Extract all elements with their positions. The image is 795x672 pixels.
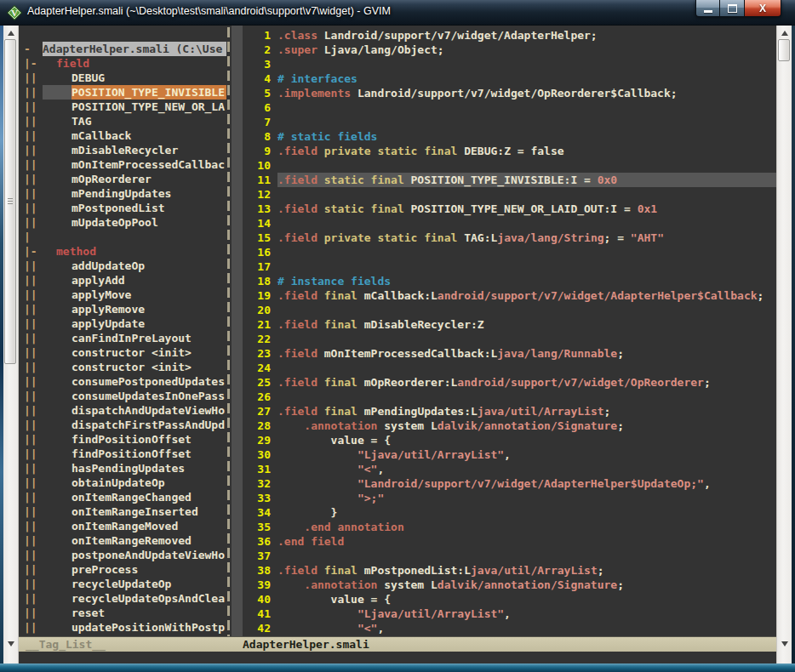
fold-marker-icon[interactable]: ||: [19, 273, 43, 288]
tag-item[interactable]: ||TAG: [19, 114, 226, 128]
code-line[interactable]: 14: [232, 216, 776, 231]
code-line[interactable]: 16: [232, 245, 776, 259]
code-line[interactable]: 42 "<",: [232, 621, 776, 635]
fold-marker-icon[interactable]: ||: [19, 302, 43, 316]
tag-item[interactable]: ||applyAdd: [19, 273, 226, 288]
code-line[interactable]: 17: [232, 259, 776, 274]
fold-marker-icon[interactable]: ||: [19, 591, 43, 606]
fold-marker-icon[interactable]: ||: [19, 389, 43, 403]
status-bar[interactable]: __Tag_List__ AdapterHelper.smali: [19, 636, 776, 652]
code-line[interactable]: 28 .annotation system Ldalvik/annotation…: [232, 419, 776, 433]
code-line[interactable]: 6: [232, 100, 776, 115]
fold-marker-icon[interactable]: ||: [19, 345, 43, 360]
code-line[interactable]: 34 }: [232, 505, 776, 520]
code-line[interactable]: 3: [232, 57, 776, 71]
fold-marker-icon[interactable]: ||: [19, 490, 43, 504]
code-line[interactable]: 18# instance fields: [232, 274, 776, 288]
code-line[interactable]: 13.field static final POSITION_TYPE_NEW_…: [232, 202, 776, 216]
title-bar[interactable]: V AdapterHelper.smali (~\Desktop\test\sm…: [0, 0, 795, 26]
code-line[interactable]: 35 .end annotation: [232, 520, 776, 534]
code-line[interactable]: 29 value = {: [232, 433, 776, 447]
code-line[interactable]: 30 "Ljava/util/ArrayList",: [232, 447, 776, 462]
tag-group-field[interactable]: |-field: [19, 56, 226, 71]
fold-marker-icon[interactable]: ||: [19, 606, 43, 620]
fold-marker-icon[interactable]: ||: [19, 577, 43, 591]
code-line[interactable]: 26: [232, 390, 776, 404]
code-line[interactable]: 24: [232, 361, 776, 375]
code-line[interactable]: 10: [232, 158, 776, 173]
tag-item[interactable]: ||findPositionOffset: [19, 432, 226, 447]
fold-marker-icon[interactable]: |-: [19, 56, 43, 71]
tag-item[interactable]: ||mDisableRecycler: [19, 143, 226, 157]
fold-marker-icon[interactable]: ||: [19, 447, 43, 461]
tag-item[interactable]: ||constructor <init>: [19, 360, 226, 374]
fold-column[interactable]: [232, 26, 243, 636]
code-line[interactable]: 9.field private static final DEBUG:Z = f…: [232, 144, 776, 158]
tag-group-method[interactable]: |-method: [19, 244, 226, 259]
fold-marker-icon[interactable]: ||: [19, 316, 43, 331]
code-line[interactable]: 2.super Ljava/lang/Object;: [232, 43, 776, 57]
fold-marker-icon[interactable]: ||: [19, 461, 43, 476]
tag-item[interactable]: |: [19, 230, 226, 244]
fold-marker-icon[interactable]: ||: [19, 374, 43, 389]
fold-marker-icon[interactable]: ||: [19, 114, 43, 128]
fold-marker-icon[interactable]: ||: [19, 519, 43, 533]
code-line[interactable]: 20: [232, 303, 776, 317]
code-line[interactable]: 19.field final mCallback:Landroid/suppor…: [232, 288, 776, 303]
code-line[interactable]: 12: [232, 187, 776, 202]
fold-marker-icon[interactable]: |-: [19, 244, 43, 259]
tag-item[interactable]: ||postponeAndUpdateViewHo: [19, 548, 226, 562]
code-line[interactable]: 8# static fields: [232, 129, 776, 144]
fold-marker-icon[interactable]: ||: [19, 504, 43, 519]
fold-marker-icon[interactable]: ||: [19, 157, 43, 172]
code-line[interactable]: 15.field private static final TAG:Ljava/…: [232, 231, 776, 245]
fold-marker-icon[interactable]: ||: [19, 418, 43, 432]
tag-item[interactable]: ||constructor <init>: [19, 345, 226, 360]
tag-item[interactable]: ||hasPendingUpdates: [19, 461, 226, 476]
code-line[interactable]: 38.field final mPostponedList:Ljava/util…: [232, 563, 776, 578]
tag-item[interactable]: ||mOnItemProcessedCallbac: [19, 157, 226, 172]
scroll-up-arrow[interactable]: [3, 27, 18, 39]
tag-item[interactable]: ||canFindInPreLayout: [19, 331, 226, 345]
tag-item[interactable]: ||dispatchFirstPassAndUpd: [19, 418, 226, 432]
fold-marker-icon[interactable]: -: [19, 42, 43, 56]
code-line-cursor[interactable]: 11.field static final POSITION_TYPE_INVI…: [232, 173, 776, 187]
tag-item[interactable]: ||preProcess: [19, 562, 226, 577]
code-line[interactable]: 1.class Landroid/support/v7/widget/Adapt…: [232, 28, 776, 43]
code-line[interactable]: 22: [232, 332, 776, 346]
taglist-scrollbar[interactable]: [3, 26, 19, 663]
code-line[interactable]: 4# interfaces: [232, 71, 776, 86]
editor-scrollbar[interactable]: [776, 26, 792, 663]
fold-marker-icon[interactable]: ||: [19, 476, 43, 490]
tag-item[interactable]: ||recycleUpdateOpsAndClea: [19, 591, 226, 606]
code-line[interactable]: 36.end field: [232, 534, 776, 549]
tag-item[interactable]: ||applyRemove: [19, 302, 226, 316]
tag-item[interactable]: ||mPendingUpdates: [19, 186, 226, 201]
code-line[interactable]: 33 ">;": [232, 491, 776, 505]
fold-marker-icon[interactable]: ||: [19, 215, 43, 230]
scrollbar-thumb[interactable]: [778, 39, 790, 61]
tag-item[interactable]: ||recycleUpdateOp: [19, 577, 226, 591]
tag-item[interactable]: ||DEBUG: [19, 71, 226, 85]
fold-marker-icon[interactable]: ||: [19, 172, 43, 186]
code-line[interactable]: 37: [232, 549, 776, 563]
scroll-down-arrow[interactable]: [777, 638, 792, 650]
code-line[interactable]: 39 .annotation system Ldalvik/annotation…: [232, 578, 776, 592]
code-line[interactable]: 7: [232, 115, 776, 129]
fold-marker-icon[interactable]: ||: [19, 71, 43, 85]
tag-item[interactable]: ||consumeUpdatesInOnePass: [19, 389, 226, 403]
fold-marker-icon[interactable]: ||: [19, 85, 43, 100]
tag-item[interactable]: ||findPositionOffset: [19, 447, 226, 461]
tag-item[interactable]: ||onItemRangeMoved: [19, 519, 226, 533]
code-line[interactable]: 40 value = {: [232, 592, 776, 607]
code-line[interactable]: 21.field final mDisableRecycler:Z: [232, 317, 776, 332]
tag-item[interactable]: ||onItemRangeRemoved: [19, 533, 226, 548]
fold-marker-icon[interactable]: ||: [19, 331, 43, 345]
tag-item[interactable]: ||mOpReorderer: [19, 172, 226, 186]
close-button[interactable]: X: [744, 0, 781, 17]
fold-marker-icon[interactable]: ||: [19, 259, 43, 273]
tag-item[interactable]: ||POSITION_TYPE_INVISIBLE: [19, 85, 226, 100]
maximize-button[interactable]: [720, 0, 744, 17]
code-line[interactable]: 5.implements Landroid/support/v7/widget/…: [232, 86, 776, 100]
tag-item[interactable]: ||obtainUpdateOp: [19, 476, 226, 490]
